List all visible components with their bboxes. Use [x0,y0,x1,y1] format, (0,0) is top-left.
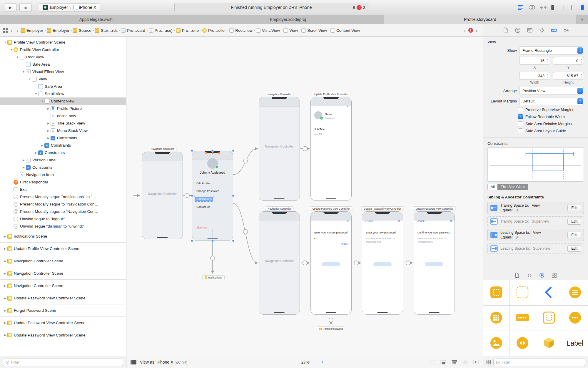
segue-icon[interactable] [211,256,215,261]
disclosure-closed-icon[interactable]: ▶ [3,334,7,336]
size-class-this-button[interactable]: This Size Class [497,184,528,190]
constraint-row-leading-space-to-superview[interactable]: Leading Space to:SuperviewEdit [487,243,584,253]
outline-row-safe-area[interactable]: Safe Area [0,61,126,68]
dropdown-stepper-icon[interactable]: ▲▼ [577,88,583,94]
segue-icon[interactable] [185,193,189,198]
outline-row-safe-area[interactable]: Safe Area [0,83,126,90]
library-object-textfield[interactable] [510,306,535,331]
breadcrumb-item-pro-oller[interactable]: Pro…oller [202,28,226,33]
selection-handle[interactable] [232,240,234,242]
disclosure-closed-icon[interactable]: ▶ [3,284,7,287]
disclosure-closed-icon[interactable]: ▶ [34,151,38,154]
document-outline-toggle[interactable] [131,360,136,364]
outline-row-constraints[interactable]: ▶+Constraints [0,134,126,142]
edit-constraint-button[interactable]: Edit [567,205,581,211]
scheme-target-label[interactable]: Employer [50,5,68,10]
connections-inspector-tab[interactable] [563,27,569,34]
segue-icon[interactable] [329,318,333,322]
close-button[interactable]: × [450,219,452,223]
stepper-icon[interactable]: ▲▼ [547,58,549,64]
size-inspector-tab[interactable] [551,27,557,34]
disclosure-closed-icon[interactable]: ▶ [21,166,26,169]
disclosure-closed-icon[interactable]: ▶ [3,297,7,300]
outline-row-view[interactable]: ▼View [0,75,126,83]
height-field[interactable]: 615.67▲▼ [553,72,584,80]
breadcrumb-item-employer[interactable]: Employer [21,28,43,33]
constraint-row-trailing-space-to-superview[interactable]: Trailing Space to:SuperviewEdit [487,216,584,226]
file-inspector-tab[interactable] [502,27,509,34]
stepper-icon[interactable]: ▲▼ [547,73,549,79]
outline-filter-input[interactable]: Filter [3,359,123,366]
segue-icon[interactable] [243,159,248,163]
back-button[interactable]: ‹ Back [365,219,373,223]
scene-title-bar[interactable]: Update Password View Controller [310,206,353,211]
outline-row-content-view[interactable]: ▼Content View [0,97,126,105]
tab-appdelegate-swift[interactable]: AppDelegate.swift [0,15,192,24]
scene-title-bar[interactable]: Navigation Controller [265,206,293,211]
breadcrumb-item-stor-rds[interactable]: Stor…rds [95,28,118,33]
outline-row-navigation-controller-scene[interactable]: ▶Navigation Controller Scene [0,255,126,267]
scene-title-bar[interactable]: Update Profile View Controller [312,92,350,96]
field-placeholder[interactable]: Full Name [325,117,335,120]
attributes-inspector-tab[interactable] [539,27,545,34]
disclosure-open-icon[interactable]: ▼ [28,78,32,81]
library-object-table[interactable] [562,280,588,305]
scene-navigation-controller-3[interactable]: Navigation ControllerNavigation Controll… [259,211,300,315]
layout-margins-dropdown[interactable]: Default ▲▼ [519,97,584,105]
outline-row-notifications-scene[interactable]: ▶notifications Scene [0,230,126,242]
tab-profile-storyboard[interactable]: Profile.storyboard [384,15,576,24]
menu-item-contact-us[interactable]: Contact Us [196,205,230,208]
grid-view-icon[interactable] [486,360,491,364]
activity-viewer[interactable]: Finished running Employer on ZR's iPhone… [174,3,368,12]
segue-icon[interactable] [406,261,410,265]
edit-constraint-button[interactable]: Edit [567,245,581,252]
form-avatar[interactable]: ✓ [314,111,322,119]
close-button[interactable]: × [347,105,349,108]
arrange-dropdown[interactable]: Position View ▲▼ [519,87,584,95]
library-object-back[interactable] [536,280,562,305]
toggle-utilities-button[interactable] [576,5,584,10]
close-button[interactable]: × [398,219,400,223]
disclosure-closed-icon[interactable]: ▶ [3,309,7,312]
scheme-selector[interactable]: Employer › iPhone X [39,3,100,12]
zoom-out-button[interactable]: — [286,360,290,365]
scene-update-password-1[interactable]: Update Password View Controller×Enter yo… [310,211,352,315]
breadcrumb-item-pro-ene[interactable]: Pro…ene [176,28,199,33]
scene-update-password-2[interactable]: Update Password View Controller‹ Back×En… [362,211,403,315]
close-button[interactable]: × [347,219,349,223]
outline-row-update-password-view-controller-scene[interactable]: ▶Update Password View Controller Scene [0,329,126,341]
outline-row-constraints[interactable]: ▶+Constraints [0,149,126,156]
disclosure-open-icon[interactable]: ▼ [40,100,44,103]
standard-editor-button[interactable] [517,5,524,10]
outline-row-menu-stack-view[interactable]: ▶≡Menu Stack View [0,127,126,134]
disclosure-closed-icon[interactable]: ▶ [40,144,44,147]
previous-issue-button[interactable]: ‹ [463,28,467,33]
toggle-debug-area-button[interactable] [564,5,572,10]
outline-row-online-now[interactable]: online now [0,112,126,120]
breadcrumb-item-vis-view[interactable]: Vis…View [256,28,280,33]
profile-avatar[interactable] [207,158,218,169]
segue-badge-forgot-password[interactable]: Forgot Password [317,326,345,331]
library-object-label[interactable]: Label [562,331,588,356]
show-dropdown[interactable]: Frame Rectangle ▲▼ [519,47,584,54]
selection-handle[interactable] [191,150,193,152]
update-button[interactable] [373,262,392,266]
storyboard-canvas[interactable]: Navigation ControllerNavigation Controll… [126,37,483,356]
scene-title-bar[interactable]: Update Password View Controller [361,206,404,211]
library-object-container[interactable] [536,306,562,331]
segue-icon[interactable] [303,147,307,151]
outline-row-update-password-view-controller-scene[interactable]: ▶Update Password View Controller Scene [0,292,126,304]
library-object-imageview[interactable] [483,331,509,356]
library-object-cube[interactable] [536,331,562,356]
menu-item-change-password[interactable]: Change Password [196,189,230,193]
outline-row-constraints[interactable]: ▶+Constraints [0,142,126,149]
outline-row-present-modally-segue-to-navigation-con[interactable]: Present Modally segue to "Navigation Con… [0,208,126,215]
scene-navigation-controller-1[interactable]: Navigation ControllerNavigation Controll… [142,152,183,239]
disclosure-open-icon[interactable]: ▼ [34,92,38,95]
disclosure-closed-icon[interactable]: ▶ [3,235,7,238]
outline-row-title-stack-view[interactable]: ▶≡Title Stack View [0,120,126,127]
disclosure-open-icon[interactable]: ▼ [3,41,7,44]
scene-update-password-3[interactable]: Update Password View Controller‹ Back×Co… [414,211,455,315]
code-snippet-library-tab[interactable]: { } [527,272,532,278]
outline-row-version-label[interactable]: ▶LVersion Label [0,156,126,164]
